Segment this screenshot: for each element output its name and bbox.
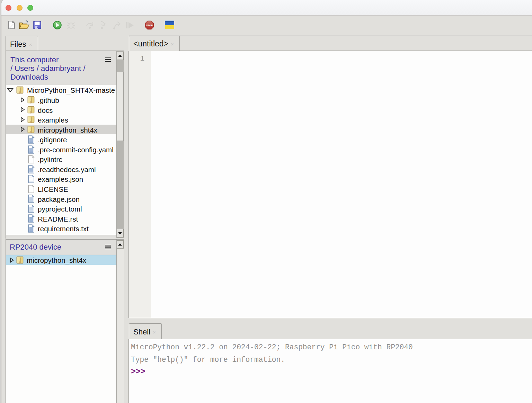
svg-text:STOP: STOP — [146, 24, 153, 27]
